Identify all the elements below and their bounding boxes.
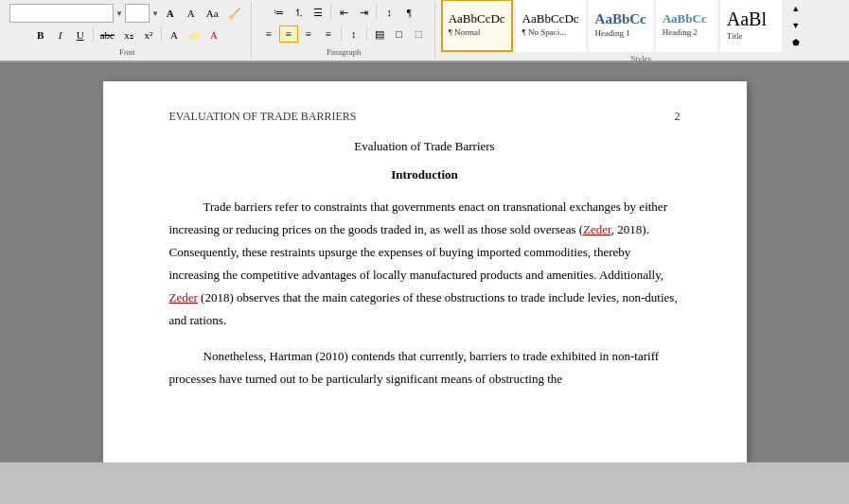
font-size-input[interactable]: 12 bbox=[125, 4, 150, 23]
strikethrough-button[interactable]: abc bbox=[97, 26, 118, 43]
sep1 bbox=[93, 26, 94, 42]
styles-list: AaBbCcDc ¶ Normal AaBbCcDc ¶ No Spaci...… bbox=[441, 0, 841, 53]
style-title[interactable]: AaBl Title bbox=[720, 0, 782, 52]
shrink-font-button[interactable]: A bbox=[182, 5, 201, 22]
font-group: Times New Rom ▼ 12 ▼ A A Aa 🧹 B I U abc … bbox=[4, 2, 252, 59]
styles-scroll-up[interactable]: ▲ bbox=[787, 0, 805, 17]
font-color-button[interactable]: A bbox=[204, 26, 223, 43]
style-heading1-preview: AaBbCc bbox=[595, 10, 646, 27]
underline-button[interactable]: U bbox=[71, 26, 90, 43]
bullets-button[interactable]: ≔ bbox=[269, 4, 288, 21]
align-right-button[interactable]: ≡ bbox=[299, 26, 318, 43]
style-title-preview: AaBl bbox=[727, 8, 767, 30]
header-left-text: EVALUATION OF TRADE BARRIERS bbox=[169, 110, 357, 124]
para1-zeder1: Zeder bbox=[583, 222, 611, 236]
font-group-label: Font bbox=[119, 47, 135, 57]
text-effects-button[interactable]: A bbox=[165, 26, 184, 43]
paragraph-group: ≔ ⒈ ☰ ⇤ ⇥ ↕ ¶ ≡ ≡ ≡ ≡ ↕ ▤ □ ⬚ bbox=[254, 2, 435, 59]
style-heading2-preview: AaBbCc bbox=[663, 11, 707, 26]
align-left-button[interactable]: ≡ bbox=[259, 26, 278, 43]
document-page: EVALUATION OF TRADE BARRIERS 2 Evaluatio… bbox=[103, 81, 747, 462]
sort-button[interactable]: ↕ bbox=[380, 4, 398, 21]
style-normal-preview: AaBbCcDc bbox=[449, 11, 505, 26]
paragraph-bottom-row: ≡ ≡ ≡ ≡ ↕ ▤ □ ⬚ bbox=[259, 26, 429, 43]
align-center-button[interactable]: ≡ bbox=[279, 26, 298, 43]
styles-group-label: Styles bbox=[630, 54, 651, 63]
decrease-indent-button[interactable]: ⇤ bbox=[334, 4, 353, 21]
paragraph-1: Trade barriers refer to constraints that… bbox=[169, 196, 681, 332]
grow-font-button[interactable]: A bbox=[161, 5, 180, 22]
numbering-button[interactable]: ⒈ bbox=[289, 4, 308, 21]
justify-button[interactable]: ≡ bbox=[319, 26, 338, 43]
para1-text-part3: (2018) observes that the main categories… bbox=[169, 290, 678, 327]
font-name-dropdown-arrow[interactable]: ▼ bbox=[115, 9, 123, 18]
style-no-spacing-label: ¶ No Spaci... bbox=[522, 26, 566, 39]
clear-formatting-button[interactable]: 🧹 bbox=[224, 5, 245, 22]
font-controls-top: Times New Rom ▼ 12 ▼ A A Aa 🧹 bbox=[9, 4, 245, 23]
shading-button[interactable]: ▤ bbox=[370, 26, 389, 43]
styles-scroll-down[interactable]: ▼ bbox=[787, 17, 805, 34]
style-normal[interactable]: AaBbCcDc ¶ Normal bbox=[441, 0, 513, 52]
multilevel-button[interactable]: ☰ bbox=[309, 4, 327, 21]
font-format-row: B I U abc x₂ x² A ab A bbox=[31, 26, 223, 43]
bold-button[interactable]: B bbox=[31, 26, 50, 43]
styles-group: AaBbCcDc ¶ Normal AaBbCcDc ¶ No Spaci...… bbox=[437, 0, 845, 65]
style-heading2-label: Heading 2 bbox=[663, 26, 698, 39]
style-heading2[interactable]: AaBbCc Heading 2 bbox=[656, 0, 717, 52]
paragraph-expand-button[interactable]: ⬚ bbox=[410, 26, 429, 43]
toolbar-row-main: Times New Rom ▼ 12 ▼ A A Aa 🧹 B I U abc … bbox=[0, 0, 849, 61]
sep2 bbox=[161, 26, 162, 42]
document-area: EVALUATION OF TRADE BARRIERS 2 Evaluatio… bbox=[0, 62, 849, 462]
sep4 bbox=[376, 4, 377, 19]
paragraph-group-label: Paragraph bbox=[327, 47, 361, 57]
font-name-input[interactable]: Times New Rom bbox=[9, 4, 114, 23]
line-spacing-button[interactable]: ↕ bbox=[345, 26, 363, 43]
paragraph-top-row: ≔ ⒈ ☰ ⇤ ⇥ ↕ ¶ bbox=[269, 4, 418, 21]
styles-scroll-controls: ▲ ▼ ⬟ bbox=[785, 0, 807, 53]
italic-button[interactable]: I bbox=[51, 26, 70, 43]
style-normal-label: ¶ Normal bbox=[449, 26, 481, 39]
document-title: Evaluation of Trade Barriers bbox=[169, 139, 681, 154]
borders-button[interactable]: □ bbox=[390, 26, 409, 43]
style-heading1-label: Heading 1 bbox=[595, 27, 630, 40]
font-size-dropdown-arrow[interactable]: ▼ bbox=[151, 9, 159, 18]
subscript-button[interactable]: x₂ bbox=[119, 26, 138, 43]
show-formatting-button[interactable]: ¶ bbox=[399, 4, 418, 21]
increase-indent-button[interactable]: ⇥ bbox=[354, 4, 373, 21]
page-header: EVALUATION OF TRADE BARRIERS 2 bbox=[169, 110, 681, 124]
para1-zeder2: Zeder bbox=[169, 290, 198, 304]
superscript-button[interactable]: x² bbox=[139, 26, 158, 43]
style-title-label: Title bbox=[727, 30, 743, 43]
change-case-button[interactable]: Aa bbox=[203, 5, 222, 22]
style-no-spacing[interactable]: AaBbCcDc ¶ No Spaci... bbox=[516, 0, 586, 52]
intro-heading: Introduction bbox=[169, 167, 681, 182]
paragraph-2: Nonetheless, Hartman (2010) contends tha… bbox=[169, 345, 681, 391]
sep6 bbox=[366, 26, 367, 41]
sep5 bbox=[341, 26, 342, 41]
toolbar-container: Times New Rom ▼ 12 ▼ A A Aa 🧹 B I U abc … bbox=[0, 0, 849, 62]
styles-more[interactable]: ⬟ bbox=[787, 34, 805, 51]
style-heading1[interactable]: AaBbCc Heading 1 bbox=[589, 0, 653, 52]
style-no-spacing-preview: AaBbCcDc bbox=[522, 11, 579, 26]
highlight-button[interactable]: ab bbox=[185, 26, 203, 43]
header-right-text: 2 bbox=[675, 110, 681, 124]
sep3 bbox=[330, 4, 331, 19]
